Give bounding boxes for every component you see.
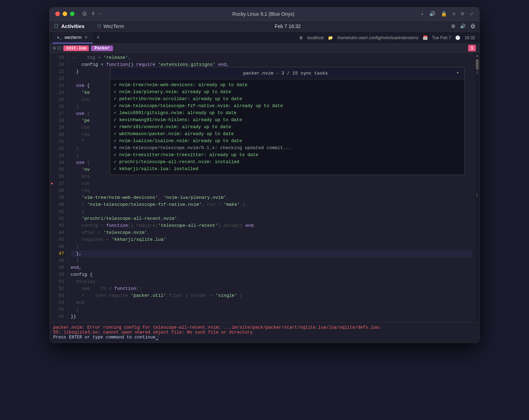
line-25: 25	[50, 96, 68, 103]
line-34: 34	[50, 159, 68, 166]
hostname-label: localhost	[307, 35, 324, 40]
code-line-19: -- tag = 'release',	[71, 54, 472, 61]
code-line-38: req	[71, 187, 472, 194]
packer-line-7: ✓ wbthomason/packer.nvim: already up to …	[114, 131, 461, 138]
line-48: 48	[50, 257, 68, 264]
line-52: 52	[50, 285, 68, 292]
nvim-breadcrumb: ⚙ ⬡ init.lua Packer 1	[50, 44, 479, 53]
press-enter-prompt: Press ENTER or type command to continue█	[53, 335, 476, 340]
line-50: 50	[50, 271, 68, 278]
code-line-46: }	[71, 243, 472, 250]
menubar-left: ⬡ Activities ⬡ WezTerm	[54, 23, 124, 29]
line-33: 33	[50, 152, 68, 159]
lock-icon: 🔒	[441, 11, 447, 17]
tab-label: wezterm	[64, 35, 82, 40]
code-content: -- tag = 'release', config = function() …	[68, 53, 475, 322]
code-line-52: ope fn = function()	[71, 285, 472, 292]
scroll-tick-3	[477, 74, 478, 74]
activities-label[interactable]: Activities	[61, 23, 85, 29]
line-23: 23	[50, 82, 68, 89]
network-icon: ⊙	[452, 11, 455, 17]
line-39: 39	[50, 194, 68, 201]
line-24: 24	[50, 89, 68, 96]
path-label: /home/utm-user/.config/nvim/lua/extensio…	[337, 35, 418, 40]
code-line-53: r turn require 'packer.util'.float { bor…	[71, 292, 472, 299]
traffic-lights	[55, 12, 75, 16]
scroll-tick-1	[477, 71, 478, 71]
code-line-55: }	[71, 306, 472, 313]
power-menu-icon: ⏻	[471, 23, 475, 29]
badge-count: 1	[468, 45, 476, 51]
packer-header: packer.nvim - 3 / 15 sync tasks •	[110, 67, 464, 79]
code-line-48: }	[71, 257, 472, 264]
wezterm-icon: ⬡	[97, 23, 101, 29]
host-icon: 🖥	[299, 35, 303, 40]
packer-line-0: ✓ nvim-tree/nvim-web-devicons: already u…	[114, 82, 461, 89]
packer-line-2: ✓ petertriho/nvim-scrollbar: already up …	[114, 96, 461, 103]
hex-icon: ⬡	[58, 46, 61, 50]
code-line-45: requires = 'kkharji/sqlite.lua'	[71, 236, 472, 243]
back-icon: ←	[100, 11, 103, 16]
packer-line-1: ✓ nvim-lua/plenary.nvim: already up to d…	[114, 89, 461, 96]
terminal-area: ⚙ ⬡ init.lua Packer 1 19 20 21 22 23 24 …	[50, 44, 479, 343]
tabbar: ▸_ wezterm ✕ + 🖥 localhost 📁 /home/utm-u…	[50, 32, 479, 44]
code-line-54: end	[71, 299, 472, 306]
code-line-37: con	[71, 180, 472, 187]
line-37: 37	[50, 180, 68, 187]
close-button[interactable]	[55, 12, 60, 16]
packer-line-4: ✓ lewis6991/gitsigns.nvim: already up to…	[114, 110, 461, 117]
code-line-43: config = function() require('telescope-a…	[71, 222, 472, 229]
settings-icon: ⚙	[53, 46, 56, 50]
packer-line-11: ✓ prochri/telescope-all-recent.nvim: ins…	[114, 159, 461, 166]
line-54: 54	[50, 299, 68, 306]
packer-line-6: ✓ rmehri01/onenord.nvim: already up to d…	[114, 124, 461, 131]
line-49: 49	[50, 264, 68, 271]
code-line-41: {	[71, 208, 472, 215]
code-line-47: },	[71, 250, 472, 257]
window-mgr-icon: ⊞	[461, 11, 464, 17]
line-21: 21	[50, 68, 68, 75]
line-56: 56	[50, 313, 68, 320]
line-31: 31	[50, 138, 68, 145]
packer-header-text: packer.nvim - 3 / 15 sync tasks	[115, 71, 456, 76]
line-41: 41	[50, 208, 68, 215]
packer-line-5: ✓ kevinhwang91/nvim-hlslens: already up …	[114, 117, 461, 124]
scroll-up-icon[interactable]: ▲	[476, 54, 478, 58]
line-38: 38	[50, 187, 68, 194]
titlebar: ⏻ ⏸ ← Rocky Linux 9.1 (Blue Onyx) ✦ 🔊 🔒 …	[50, 7, 479, 21]
wezterm-app-label[interactable]: WezTerm	[104, 23, 124, 29]
line-26: 26	[50, 103, 68, 110]
code-line-50: config {	[71, 271, 472, 278]
tabbar-info: 🖥 localhost 📁 /home/utm-user/.config/nvi…	[104, 32, 479, 43]
code-line-44: after = 'telescope.nvim',	[71, 229, 472, 236]
scroll-thumb[interactable]	[476, 59, 479, 70]
code-line-40: { 'nvim-telescope/telescope-fzf-native.n…	[71, 201, 472, 208]
packer-popup: packer.nvim - 3 / 15 sync tasks • ✓ nvim…	[110, 67, 465, 175]
packer-body: ✓ nvim-tree/nvim-web-devicons: already u…	[110, 79, 464, 175]
main-window: ⏻ ⏸ ← Rocky Linux 9.1 (Blue Onyx) ✦ 🔊 🔒 …	[49, 7, 480, 343]
brightness-icon: ✦	[421, 11, 424, 17]
system-tray-grid: ⊞	[451, 23, 455, 29]
menubar-clock: Feb 7 16:32	[130, 23, 446, 29]
tab-wezterm[interactable]: ▸_ wezterm ✕	[52, 32, 93, 43]
breadcrumb-plugin: Packer	[91, 46, 113, 51]
minimize-button[interactable]	[63, 12, 67, 16]
resize-icon: ⤢	[470, 11, 474, 17]
line-36: 36	[50, 173, 68, 180]
new-tab-button[interactable]: +	[93, 32, 104, 43]
line-44: 44	[50, 229, 68, 236]
scrollbar[interactable]: ▲ ┋	[475, 53, 479, 322]
volume-icon: 🔊	[460, 23, 466, 29]
audio-icon: 🔊	[429, 11, 435, 17]
tab-close-button[interactable]: ✕	[84, 35, 88, 40]
line-42: 42	[50, 215, 68, 222]
menubar-right: ⊞ 🔊 ⏻	[451, 23, 475, 29]
line-43: 43	[50, 222, 68, 229]
calendar-icon: 📅	[423, 35, 428, 40]
packer-line-10: ✓ nvim-treesitter/nvim-treesitter: alrea…	[114, 152, 461, 159]
line-46: 46	[50, 243, 68, 250]
code-line-42: 'prochri/telescope-all-recent.nvim',	[71, 215, 472, 222]
window-title: Rocky Linux 9.1 (Blue Onyx)	[106, 11, 421, 17]
maximize-button[interactable]	[70, 12, 75, 16]
code-line-49: end,	[71, 264, 472, 271]
